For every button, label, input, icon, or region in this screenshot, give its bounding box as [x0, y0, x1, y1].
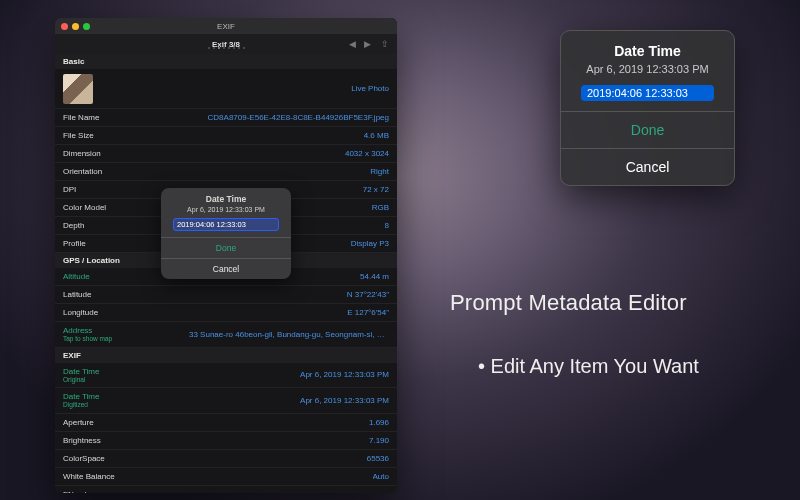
row-date-time-digitized[interactable]: Date TimeDigitizedApr 6, 2019 12:33:03 P… — [55, 388, 397, 414]
section-exif: EXIF — [55, 348, 397, 363]
done-button-large[interactable]: Done — [561, 111, 734, 148]
toolbar: Exif 3/8 ◀ ▶ ⇧ — [55, 34, 397, 54]
titlebar: EXIF — [55, 18, 397, 34]
popup-title: Date Time — [161, 194, 291, 204]
page-dots — [55, 47, 397, 49]
popup-subtitle-large: Apr 6, 2019 12:33:03 PM — [561, 63, 734, 75]
window-title: EXIF — [55, 22, 397, 31]
live-photo-badge: Live Photo — [351, 84, 389, 93]
popup-input-large[interactable]: 2019:04:06 12:33:03 — [581, 85, 714, 101]
thumbnail-row[interactable]: Live Photo — [55, 69, 397, 109]
prev-icon[interactable]: ◀ — [349, 39, 356, 49]
share-icon[interactable]: ⇧ — [381, 39, 389, 49]
next-icon[interactable]: ▶ — [364, 39, 371, 49]
popup-input[interactable]: 2019:04:06 12:33:03 — [173, 218, 279, 231]
edit-popup-small: Date Time Apr 6, 2019 12:33:03 PM 2019:0… — [161, 188, 291, 279]
row-white-balance[interactable]: White BalanceAuto — [55, 468, 397, 486]
row-dimension[interactable]: Dimension4032 x 3024 — [55, 145, 397, 163]
row-date-time-original[interactable]: Date TimeOriginalApr 6, 2019 12:33:03 PM — [55, 363, 397, 389]
cancel-button[interactable]: Cancel — [161, 258, 291, 279]
done-button[interactable]: Done — [161, 237, 291, 258]
row-longitude[interactable]: LongitudeE 127°6'54" — [55, 304, 397, 322]
row-aperture[interactable]: Aperture1.696 — [55, 414, 397, 432]
row-address[interactable]: AddressTap to show map33 Sunae-ro 46beon… — [55, 322, 397, 348]
exif-window: EXIF Exif 3/8 ◀ ▶ ⇧ Basic Live Photo Fil… — [55, 18, 397, 493]
row-latitude[interactable]: LatitudeN 37°22'43" — [55, 286, 397, 304]
popup-subtitle: Apr 6, 2019 12:33:03 PM — [161, 206, 291, 213]
marketing-headline: Prompt Metadata Editor — [450, 290, 687, 316]
cancel-button-large[interactable]: Cancel — [561, 148, 734, 185]
marketing-bullet: • Edit Any Item You Want — [478, 355, 699, 378]
row-file-name[interactable]: File NameCD8A8709-E56E-42E8-8C8E-B44926B… — [55, 109, 397, 127]
row-orientation[interactable]: OrientationRight — [55, 163, 397, 181]
edit-popup-large: Date Time Apr 6, 2019 12:33:03 PM 2019:0… — [560, 30, 735, 186]
row-fnumber[interactable]: FNumber — [55, 486, 397, 494]
row-file-size[interactable]: File Size4.6 MB — [55, 127, 397, 145]
popup-title-large: Date Time — [561, 43, 734, 59]
row-brightness[interactable]: Brightness7.190 — [55, 432, 397, 450]
thumbnail — [63, 74, 93, 104]
section-basic: Basic — [55, 54, 397, 69]
row-colorspace[interactable]: ColorSpace65536 — [55, 450, 397, 468]
